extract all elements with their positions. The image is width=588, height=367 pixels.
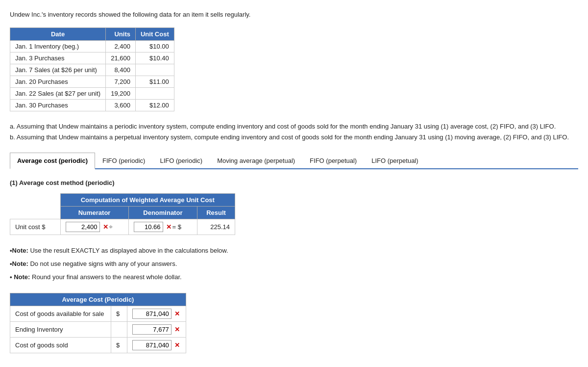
units-cell: 2,400 — [106, 40, 136, 52]
units-cell: 3,600 — [106, 99, 136, 111]
result-prefix: $ — [111, 306, 127, 321]
note-2: •Note: Do not use negative signs with an… — [10, 258, 578, 269]
unit-cost-cell: $10.40 — [135, 52, 174, 64]
table-row: Jan. 30 Purchases 3,600 $12.00 — [10, 99, 174, 111]
dollar-prefix: $ — [116, 341, 120, 349]
question-b: b. Assuming that Undew maintains a perpe… — [10, 132, 578, 143]
result-row: Ending Inventory ✕ — [10, 321, 186, 337]
result-value-cell: ✕ — [127, 337, 186, 353]
result-input[interactable] — [132, 309, 172, 319]
tab-moving-average-perpetual[interactable]: Moving average (perpetual) — [210, 153, 302, 169]
date-cell: Jan. 7 Sales (at $26 per unit) — [10, 64, 106, 76]
unit-cost-cell: $11.00 — [135, 76, 174, 87]
result-error: ✕ — [174, 341, 180, 349]
result-value-cell: ✕ — [127, 306, 186, 321]
result-prefix: $ — [111, 337, 127, 353]
comp-col-numerator: Numerator — [60, 206, 128, 219]
col-unit-cost: Unit Cost — [135, 27, 174, 40]
result-display: 225.14 — [210, 223, 230, 231]
date-cell: Jan. 1 Inventory (beg.) — [10, 40, 106, 52]
dollar-prefix: $ — [116, 310, 120, 317]
result-input[interactable] — [132, 340, 172, 350]
note-1: •Note: Use the result EXACTLY as display… — [10, 245, 578, 256]
date-cell: Jan. 22 Sales (at $27 per unit) — [10, 87, 106, 99]
result-error: ✕ — [174, 326, 180, 333]
table-row: Jan. 20 Purchases 7,200 $11.00 — [10, 76, 174, 87]
result-title: Average Cost (Periodic) — [10, 293, 186, 306]
numerator-error: ✕ — [103, 223, 108, 231]
units-cell: 7,200 — [106, 76, 136, 87]
result-label: Cost of goods sold — [10, 337, 111, 353]
date-cell: Jan. 30 Purchases — [10, 99, 106, 111]
computation-title: Computation of Weighted Average Unit Cos… — [60, 193, 235, 206]
result-label: Ending Inventory — [10, 321, 111, 337]
inventory-table: Date Units Unit Cost Jan. 1 Inventory (b… — [10, 27, 174, 111]
result-input[interactable] — [132, 324, 172, 335]
result-cell: 225.14 — [197, 219, 235, 235]
numerator-cell: ✕ ÷ — [60, 219, 128, 235]
result-row: Cost of goods available for sale $ ✕ — [10, 306, 186, 321]
result-table: Average Cost (Periodic) Cost of goods av… — [10, 293, 186, 353]
denominator-input[interactable] — [134, 222, 163, 232]
tab-lifo-periodic[interactable]: LIFO (periodic) — [152, 153, 210, 169]
unit-cost-cell: $10.00 — [135, 40, 174, 52]
table-row: Jan. 1 Inventory (beg.) 2,400 $10.00 — [10, 40, 174, 52]
tab-average-cost-periodic[interactable]: Average cost (periodic) — [10, 153, 95, 169]
denominator-error: ✕ — [166, 223, 172, 231]
section-title: (1) Average cost method (periodic) — [10, 179, 578, 186]
table-row: Jan. 3 Purchases 21,600 $10.40 — [10, 52, 174, 64]
table-row: Jan. 22 Sales (at $27 per unit) 19,200 — [10, 87, 174, 99]
denominator-cell: ✕ = $ — [128, 219, 197, 235]
intro-text: Undew Inc.'s inventory records showed th… — [10, 10, 578, 20]
col-date: Date — [10, 27, 106, 40]
computation-table: Computation of Weighted Average Unit Cos… — [10, 193, 235, 235]
result-error: ✕ — [174, 310, 180, 317]
units-cell: 8,400 — [106, 64, 136, 76]
notes-section: •Note: Use the result EXACTLY as display… — [10, 245, 578, 283]
question-section: a. Assuming that Undew maintains a perio… — [10, 121, 578, 143]
unit-cost-cell: $12.00 — [135, 99, 174, 111]
result-value-cell: ✕ — [127, 321, 186, 337]
date-cell: Jan. 20 Purchases — [10, 76, 106, 87]
col-units: Units — [106, 27, 136, 40]
result-row: Cost of goods sold $ ✕ — [10, 337, 186, 353]
units-cell: 21,600 — [106, 52, 136, 64]
note-3: • Note: Round your final answers to the … — [10, 271, 578, 283]
result-label: Cost of goods available for sale — [10, 306, 111, 321]
result-prefix — [111, 321, 127, 337]
tab-lifo-perpetual[interactable]: LIFO (perpetual) — [364, 153, 425, 169]
question-a: a. Assuming that Undew maintains a perio… — [10, 121, 578, 132]
tab-fifo-perpetual[interactable]: FIFO (perpetual) — [302, 153, 364, 169]
units-cell: 19,200 — [106, 87, 136, 99]
numerator-input[interactable] — [66, 222, 100, 232]
tab-bar: Average cost (periodic) FIFO (periodic) … — [10, 153, 578, 169]
date-cell: Jan. 3 Purchases — [10, 52, 106, 64]
comp-col-result: Result — [197, 206, 235, 219]
comp-col-denominator: Denominator — [128, 206, 197, 219]
unit-cost-cell — [135, 87, 174, 99]
unit-cost-label: Unit cost $ — [10, 219, 61, 235]
tab-fifo-periodic[interactable]: FIFO (periodic) — [95, 153, 152, 169]
table-row: Jan. 7 Sales (at $26 per unit) 8,400 — [10, 64, 174, 76]
unit-cost-cell — [135, 64, 174, 76]
